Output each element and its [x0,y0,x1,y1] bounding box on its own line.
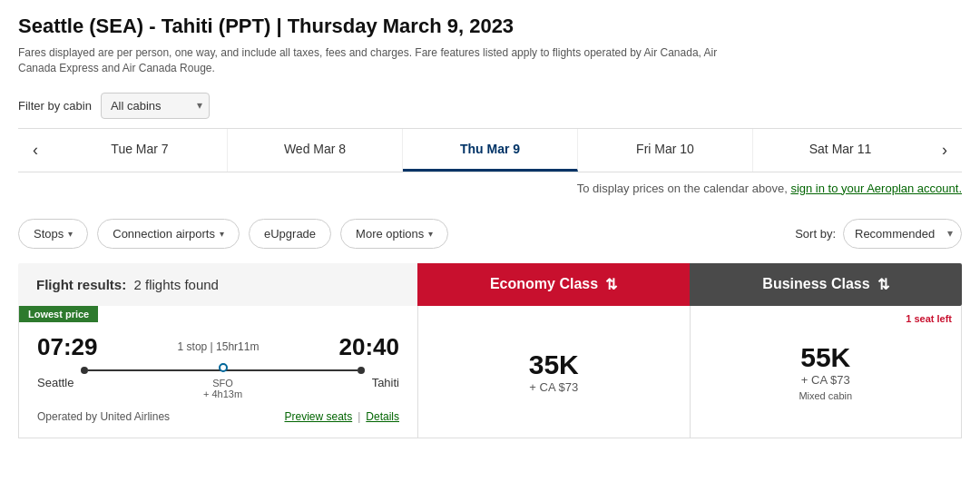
filter-section: Filter by cabin All cabins [0,84,980,128]
calendar-next-button[interactable]: › [927,129,962,172]
flight-card: Lowest price 07:29 1 stop | 15hr11m 20:4… [18,306,962,438]
cabin-filter-select[interactable]: All cabins [101,93,210,119]
sign-in-prefix: To display prices on the calendar above, [577,182,788,195]
calendar-day-0[interactable]: Tue Mar 7 [53,129,228,172]
calendar-day-1[interactable]: Wed Mar 8 [228,129,403,172]
stopover-label: SFO [212,378,233,389]
route-line: SFO + 4h13m [81,367,364,399]
economy-points: 35K [529,349,579,380]
business-price-cell[interactable]: 1 seat left 55K + CA $73 Mixed cabin [691,306,962,438]
sort-section: Sort by: Recommended [795,219,962,249]
business-class-label: Business Class [762,276,869,292]
eupgrade-button[interactable]: eUpgrade [249,219,331,249]
economy-price-cell[interactable]: 35K + CA $73 [418,306,691,438]
calendar-days: Tue Mar 7 Wed Mar 8 Thu Mar 9 Fri Mar 10… [53,129,927,172]
flight-links: Preview seats | Details [284,410,399,423]
lowest-price-badge: Lowest price [19,306,98,322]
economy-class-header[interactable]: Economy Class ⇅ [417,263,690,306]
connection-airports-label: Connection airports [113,227,215,241]
page-title: Seattle (SEA) - Tahiti (PPT) | Thursday … [18,15,962,38]
more-options-arrow-icon: ▾ [428,229,433,239]
sign-in-notice: To display prices on the calendar above,… [0,172,980,204]
more-options-button[interactable]: More options ▾ [340,219,448,249]
results-header: Flight results: 2 flights found Economy … [18,263,962,306]
stops-label: Stops [34,227,64,241]
flight-results-strong: Flight results: [36,277,126,292]
details-link[interactable]: Details [366,410,399,423]
fare-disclaimer: Fares displayed are per person, one way,… [18,45,744,76]
calendar-day-4[interactable]: Sat Mar 11 [753,129,927,172]
calendar-day-2[interactable]: Thu Mar 9 [403,129,578,172]
mixed-cabin-label: Mixed cabin [799,390,852,401]
stops-arrow-icon: ▾ [68,229,73,239]
sort-select[interactable]: Recommended [843,219,962,249]
business-sort-icon: ⇅ [877,276,889,293]
business-points: 55K [800,342,850,373]
calendar-prev-button[interactable]: ‹ [18,129,53,172]
stops-filter-button[interactable]: Stops ▾ [18,219,88,249]
flight-times: 07:29 1 stop | 15hr11m 20:40 [37,333,399,361]
route-line-svg [81,367,364,374]
results-info: Flight results: 2 flights found [18,263,417,306]
dest-dot [358,367,365,374]
preview-seats-link[interactable]: Preview seats [284,410,352,423]
origin-city: Seattle [37,376,74,389]
flight-route: Seattle SFO + 4h13m Tahiti [37,367,399,399]
flight-stops: 1 stop | 15hr11m [178,340,260,353]
flight-results-label: Flight results: 2 flights found [36,277,219,292]
dest-city: Tahiti [372,376,399,389]
links-separator: | [358,410,360,423]
sort-by-label: Sort by: [795,227,836,241]
flight-info: 07:29 1 stop | 15hr11m 20:40 Seattle SFO… [19,306,418,438]
filter-by-cabin-label: Filter by cabin [18,99,92,113]
depart-time: 07:29 [37,333,98,361]
sign-in-link[interactable]: sign in to your Aeroplan account. [790,182,962,195]
connection-airports-filter-button[interactable]: Connection airports ▾ [97,219,240,249]
calendar-nav: ‹ Tue Mar 7 Wed Mar 8 Thu Mar 9 Fri Mar … [18,128,962,172]
operated-by: Operated by United Airlines [37,410,170,423]
economy-class-label: Economy Class [490,276,598,292]
sort-select-wrapper[interactable]: Recommended [843,219,962,249]
cabin-filter-wrapper[interactable]: All cabins [101,93,210,119]
calendar-day-3[interactable]: Fri Mar 10 [578,129,753,172]
filters-bar: Stops ▾ Connection airports ▾ eUpgrade M… [0,204,980,263]
economy-cad: + CA $73 [529,380,578,394]
stopover-marker [219,363,228,372]
seats-left-label: 1 seat left [906,313,952,324]
arrive-time: 20:40 [339,333,400,361]
economy-sort-icon: ⇅ [605,276,617,293]
origin-dot [81,367,88,374]
route-line-segment [88,369,357,371]
more-options-label: More options [356,227,424,241]
header-section: Seattle (SEA) - Tahiti (PPT) | Thursday … [0,0,980,84]
flight-count: 2 flights found [134,277,219,292]
business-cad: + CA $73 [801,373,850,387]
business-class-header[interactable]: Business Class ⇅ [690,263,962,306]
layover-label: + 4h13m [203,389,242,399]
connection-arrow-icon: ▾ [220,229,224,239]
